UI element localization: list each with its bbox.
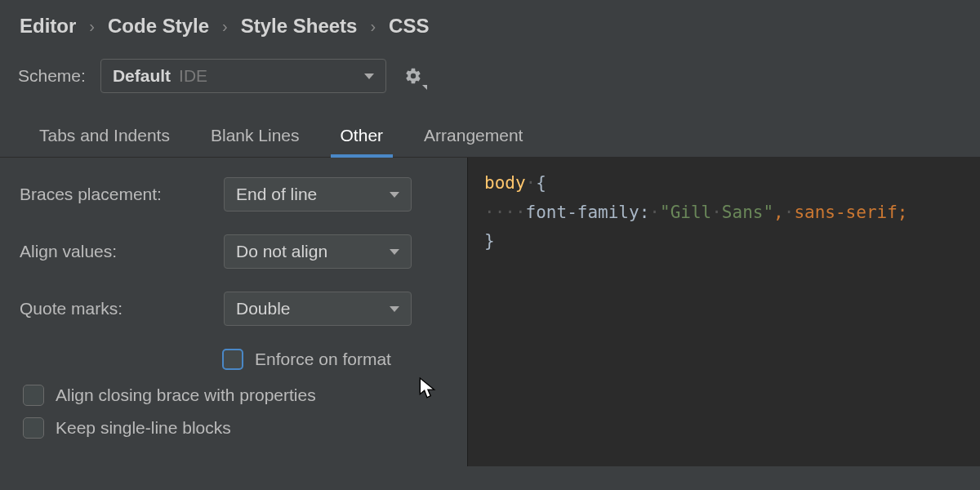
- align-row: Align values: Do not align: [20, 234, 451, 269]
- align-close-label: Align closing brace with properties: [56, 385, 316, 405]
- settings-pane: Braces placement: End of line Align valu…: [0, 158, 467, 466]
- braces-value: End of line: [236, 185, 381, 204]
- align-select[interactable]: Do not align: [224, 234, 412, 269]
- quote-label: Quote marks:: [20, 299, 224, 318]
- tab-other[interactable]: Other: [341, 126, 384, 157]
- braces-label: Braces placement:: [20, 185, 224, 204]
- align-close-row[interactable]: Align closing brace with properties: [23, 385, 451, 406]
- quote-select[interactable]: Double: [224, 292, 412, 326]
- chevron-down-icon: [390, 306, 399, 312]
- tab-arrangement[interactable]: Arrangement: [424, 126, 523, 157]
- align-label: Align values:: [20, 242, 224, 261]
- scheme-row: Scheme: Default IDE: [0, 51, 980, 113]
- gear-button[interactable]: [401, 64, 425, 88]
- tab-blank-lines[interactable]: Blank Lines: [211, 126, 300, 157]
- breadcrumb-item[interactable]: Style Sheets: [241, 15, 358, 38]
- chevron-down-icon: [390, 249, 399, 255]
- enforce-label: Enforce on format: [255, 350, 391, 369]
- code-preview: body·{ ····font-family:·"Gill·Sans",·san…: [467, 158, 980, 466]
- breadcrumb: Editor › Code Style › Style Sheets › CSS: [0, 0, 980, 51]
- enforce-row[interactable]: Enforce on format: [222, 349, 451, 370]
- chevron-right-icon: ›: [222, 17, 228, 36]
- breadcrumb-item[interactable]: Editor: [20, 15, 76, 38]
- chevron-down-icon: [364, 74, 374, 79]
- chevron-down-icon: [390, 192, 399, 198]
- quote-row: Quote marks: Double: [20, 292, 451, 326]
- quote-value: Double: [236, 299, 381, 318]
- keep-single-checkbox[interactable]: [23, 417, 44, 439]
- align-value: Do not align: [236, 242, 381, 261]
- scheme-type: IDE: [179, 66, 207, 86]
- code-line: }: [484, 227, 964, 256]
- keep-single-row[interactable]: Keep single-line blocks: [23, 417, 451, 439]
- dropdown-corner-icon: [422, 85, 427, 90]
- code-line: body·{: [484, 169, 964, 198]
- breadcrumb-item[interactable]: Code Style: [108, 15, 209, 38]
- chevron-right-icon: ›: [89, 17, 95, 36]
- enforce-checkbox[interactable]: [222, 349, 243, 370]
- code-line: ····font-family:·"Gill·Sans",·sans-serif…: [484, 198, 964, 228]
- content: Braces placement: End of line Align valu…: [0, 158, 980, 466]
- scheme-select[interactable]: Default IDE: [100, 59, 386, 93]
- braces-select[interactable]: End of line: [224, 177, 412, 212]
- breadcrumb-item[interactable]: CSS: [389, 15, 429, 38]
- scheme-label: Scheme:: [18, 66, 86, 86]
- tabs: Tabs and Indents Blank Lines Other Arran…: [0, 113, 980, 158]
- braces-row: Braces placement: End of line: [20, 177, 451, 212]
- scheme-name: Default: [113, 66, 171, 86]
- chevron-right-icon: ›: [370, 17, 376, 36]
- align-close-checkbox[interactable]: [23, 385, 44, 406]
- keep-single-label: Keep single-line blocks: [56, 418, 231, 438]
- gear-icon: [404, 67, 422, 85]
- tab-tabs-indents[interactable]: Tabs and Indents: [39, 126, 170, 157]
